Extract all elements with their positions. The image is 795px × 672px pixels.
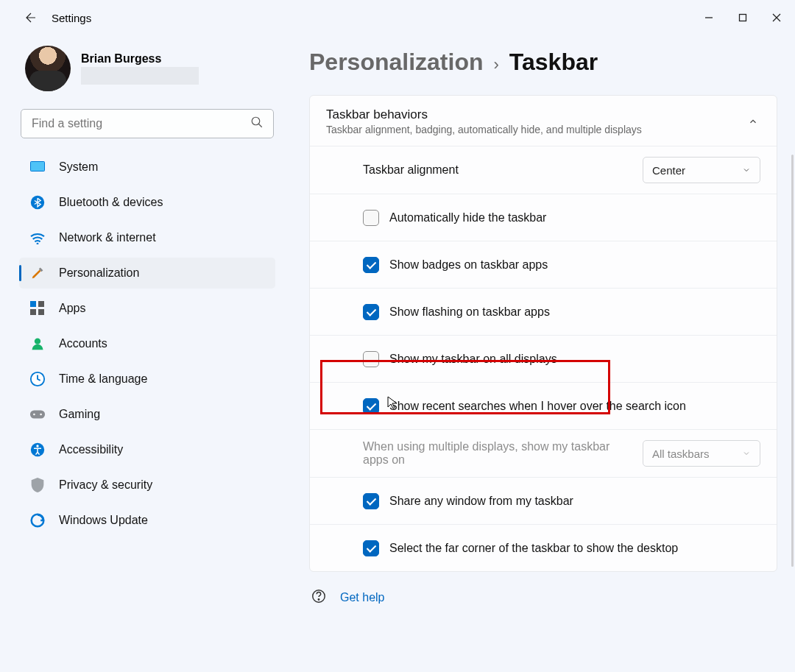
svg-rect-5 <box>31 162 44 171</box>
wifi-icon <box>29 230 46 246</box>
row-label: Show recent searches when I hover over t… <box>389 400 760 413</box>
person-icon <box>29 336 46 352</box>
svg-rect-11 <box>38 309 44 315</box>
svg-line-3 <box>258 124 262 127</box>
far-corner-row[interactable]: Select the far corner of the taskbar to … <box>310 524 777 571</box>
search-icon <box>250 116 264 132</box>
nav-item-accessibility[interactable]: Accessibility <box>19 434 275 465</box>
window-controls <box>692 6 794 29</box>
badges-checkbox[interactable] <box>363 257 379 273</box>
all-displays-checkbox[interactable] <box>363 351 379 367</box>
back-button[interactable] <box>16 3 46 32</box>
chevron-down-icon <box>742 166 751 174</box>
svg-point-7 <box>37 243 39 244</box>
panel-title: Taskbar behaviors <box>326 107 746 122</box>
nav-label: Apps <box>59 302 85 315</box>
share-window-row[interactable]: Share any window from my taskbar <box>310 477 777 524</box>
nav-item-privacy[interactable]: Privacy & security <box>19 470 275 501</box>
svg-rect-9 <box>38 301 44 307</box>
nav-item-bluetooth[interactable]: Bluetooth & devices <box>19 187 275 218</box>
nav-label: Time & language <box>59 372 147 386</box>
row-label: Taskbar alignment <box>363 163 632 177</box>
select-value: Center <box>652 164 685 177</box>
avatar <box>25 46 71 91</box>
nav-item-time-language[interactable]: Time & language <box>19 364 275 395</box>
nav-item-apps[interactable]: Apps <box>19 293 275 324</box>
minimize-button[interactable] <box>692 6 726 29</box>
row-label: Automatically hide the taskbar <box>389 211 760 224</box>
breadcrumb-current: Taskbar <box>509 49 598 76</box>
nav-label: Network & internet <box>59 231 156 244</box>
share-window-checkbox[interactable] <box>363 493 379 509</box>
apps-icon <box>29 300 46 316</box>
svg-rect-1 <box>740 15 746 21</box>
gamepad-icon <box>29 406 46 422</box>
accessibility-icon <box>29 442 46 458</box>
flashing-row[interactable]: Show flashing on taskbar apps <box>310 288 777 335</box>
nav-label: Privacy & security <box>59 478 152 492</box>
paintbrush-icon <box>29 265 46 281</box>
row-label: When using multiple displays, show my ta… <box>363 440 632 467</box>
chevron-right-icon: › <box>494 55 499 74</box>
far-corner-checkbox[interactable] <box>363 540 379 556</box>
nav-item-gaming[interactable]: Gaming <box>19 399 275 430</box>
svg-point-21 <box>318 599 319 600</box>
svg-point-2 <box>252 117 260 125</box>
flashing-checkbox[interactable] <box>363 304 379 320</box>
app-title: Settings <box>52 12 91 24</box>
nav-item-personalization[interactable]: Personalization <box>19 258 275 289</box>
nav-item-network[interactable]: Network & internet <box>19 222 275 253</box>
chevron-up-icon <box>746 114 760 129</box>
main-content: Personalization › Taskbar Taskbar behavi… <box>280 35 780 672</box>
svg-rect-14 <box>30 411 45 419</box>
help-icon <box>311 588 327 607</box>
recent-searches-row[interactable]: Show recent searches when I hover over t… <box>310 382 777 429</box>
taskbar-alignment-row: Taskbar alignment Center <box>310 146 777 194</box>
all-displays-row[interactable]: Show my taskbar on all displays <box>310 335 777 382</box>
nav-item-system[interactable]: System <box>19 152 275 183</box>
nav-label: Accessibility <box>59 443 123 456</box>
nav-label: Windows Update <box>59 514 148 527</box>
badges-row[interactable]: Show badges on taskbar apps <box>310 241 777 288</box>
profile-block[interactable]: Brian Burgess <box>19 35 275 105</box>
recent-searches-checkbox[interactable] <box>363 398 379 414</box>
auto-hide-row[interactable]: Automatically hide the taskbar <box>310 194 777 241</box>
close-button[interactable] <box>760 6 794 29</box>
row-label: Select the far corner of the taskbar to … <box>389 542 760 555</box>
update-icon <box>29 512 46 528</box>
multi-display-select: All taskbars <box>643 440 760 467</box>
svg-point-12 <box>35 339 40 344</box>
svg-point-16 <box>40 414 42 416</box>
row-label: Show my taskbar on all displays <box>389 353 760 366</box>
auto-hide-checkbox[interactable] <box>363 210 379 226</box>
multi-display-row: When using multiple displays, show my ta… <box>310 429 777 477</box>
sidebar: Brian Burgess System Bluetooth & devices… <box>15 35 280 672</box>
shield-icon <box>29 477 46 493</box>
maximize-button[interactable] <box>726 6 760 29</box>
profile-name: Brian Burgess <box>81 52 199 66</box>
nav-label: Personalization <box>59 266 139 280</box>
search-input[interactable] <box>21 109 274 138</box>
breadcrumb: Personalization › Taskbar <box>309 35 777 95</box>
chevron-down-icon <box>742 449 751 458</box>
row-label: Show flashing on taskbar apps <box>389 305 760 319</box>
svg-point-18 <box>36 445 38 447</box>
svg-rect-8 <box>30 301 36 307</box>
select-value: All taskbars <box>652 448 710 460</box>
nav-item-accounts[interactable]: Accounts <box>19 328 275 359</box>
svg-point-15 <box>33 414 35 416</box>
breadcrumb-parent[interactable]: Personalization <box>309 49 484 76</box>
title-bar: Settings <box>0 0 795 35</box>
bluetooth-icon <box>29 194 46 211</box>
nav-label: System <box>59 160 98 174</box>
help-row: Get help <box>309 572 777 607</box>
get-help-link[interactable]: Get help <box>340 591 384 604</box>
nav-list: System Bluetooth & devices Network & int… <box>19 152 275 536</box>
nav-item-windows-update[interactable]: Windows Update <box>19 505 275 536</box>
svg-rect-10 <box>30 309 36 315</box>
scrollbar[interactable] <box>791 155 794 567</box>
panel-header[interactable]: Taskbar behaviors Taskbar alignment, bad… <box>310 96 777 146</box>
row-label: Share any window from my taskbar <box>389 495 760 508</box>
nav-label: Accounts <box>59 337 107 350</box>
taskbar-alignment-select[interactable]: Center <box>643 157 760 183</box>
